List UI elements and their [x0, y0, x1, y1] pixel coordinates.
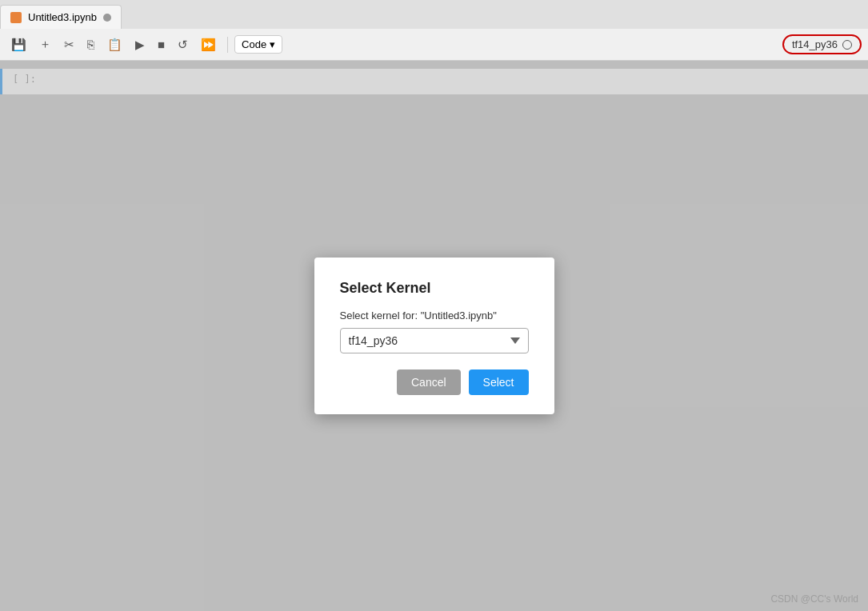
cell-type-label: Code: [242, 38, 266, 50]
notebook-area: [ ]: Select Kernel Select kernel for: "U…: [0, 61, 868, 611]
run-icon: ▶: [135, 38, 145, 52]
kernel-select[interactable]: tf14_py36: [340, 328, 529, 353]
notebook-tab[interactable]: Untitled3.ipynb: [0, 5, 122, 29]
fast-forward-button[interactable]: ⏩: [196, 34, 221, 55]
stop-button[interactable]: ■: [153, 34, 170, 54]
dialog-title: Select Kernel: [340, 280, 529, 297]
tab-bar: Untitled3.ipynb: [0, 0, 868, 29]
dialog-buttons: Cancel Select: [340, 369, 529, 395]
paste-button[interactable]: 📋: [102, 34, 127, 55]
stop-icon: ■: [158, 38, 165, 51]
select-kernel-dialog: Select Kernel Select kernel for: "Untitl…: [314, 258, 554, 414]
cut-button[interactable]: ✂: [59, 34, 79, 55]
tab-favicon-icon: [10, 12, 22, 23]
save-icon: 💾: [11, 38, 26, 52]
save-button[interactable]: 💾: [6, 34, 31, 55]
cancel-button[interactable]: Cancel: [397, 369, 461, 395]
chevron-down-icon: ▾: [270, 38, 275, 50]
dialog-label: Select kernel for: "Untitled3.ipynb": [340, 309, 529, 321]
select-button[interactable]: Select: [469, 369, 529, 395]
fast-forward-icon: ⏩: [201, 38, 216, 52]
add-cell-button[interactable]: ＋: [34, 34, 56, 55]
copy-button[interactable]: ⎘: [82, 34, 99, 54]
tab-close-icon[interactable]: [103, 14, 111, 22]
kernel-name: tf14_py36: [792, 38, 838, 50]
copy-icon: ⎘: [87, 38, 94, 51]
tab-title: Untitled3.ipynb: [28, 11, 97, 23]
restart-button[interactable]: ↺: [173, 34, 193, 55]
run-button[interactable]: ▶: [130, 34, 150, 55]
modal-overlay: Select Kernel Select kernel for: "Untitl…: [0, 61, 868, 611]
cell-type-dropdown[interactable]: Code ▾: [234, 35, 282, 54]
plus-icon: ＋: [39, 37, 51, 52]
kernel-indicator[interactable]: tf14_py36: [782, 34, 862, 54]
kernel-status-icon: [842, 40, 852, 50]
paste-icon: 📋: [107, 38, 122, 52]
restart-icon: ↺: [178, 38, 188, 52]
cut-icon: ✂: [64, 38, 74, 52]
toolbar: 💾 ＋ ✂ ⎘ 📋 ▶ ■ ↺ ⏩ Code ▾ tf14_py36: [0, 29, 868, 61]
toolbar-separator: [227, 37, 228, 53]
